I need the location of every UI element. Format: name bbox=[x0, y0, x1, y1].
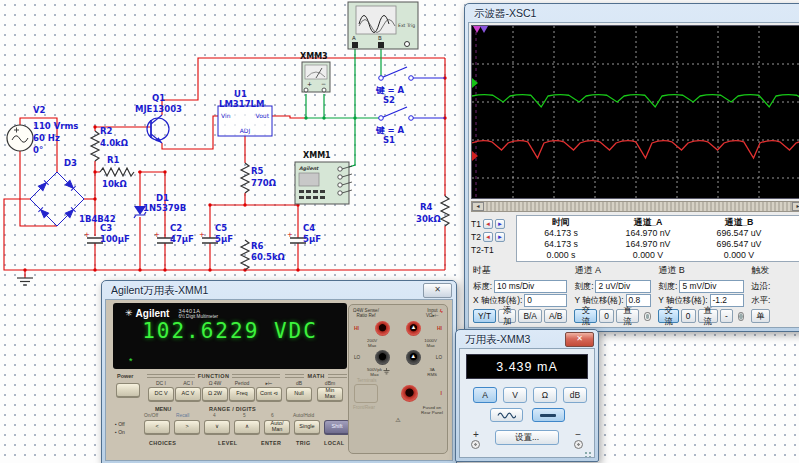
agilent-logo-icon: ✳ bbox=[125, 308, 133, 318]
t1-b: 696.547 uV bbox=[691, 228, 787, 239]
svg-text:MJE13003: MJE13003 bbox=[135, 104, 182, 114]
svg-text:0°: 0° bbox=[33, 145, 43, 155]
cursor-t2-handle[interactable] bbox=[480, 26, 488, 33]
timebase-xpos-input[interactable]: 0 bbox=[524, 294, 567, 307]
hv-warning-icon: ϟ bbox=[440, 308, 443, 315]
t1-right-button[interactable]: ► bbox=[495, 219, 505, 229]
positive-terminal bbox=[471, 440, 480, 449]
agilent-titlebar[interactable]: Agilent万用表-XMM1 ✕ bbox=[102, 281, 456, 299]
db-mode-button[interactable]: dB bbox=[563, 387, 587, 403]
range-down-button[interactable]: ∨ bbox=[204, 420, 230, 435]
switch-s2[interactable] bbox=[379, 67, 445, 80]
svg-text:R5: R5 bbox=[251, 166, 264, 176]
front-rear-button[interactable] bbox=[354, 384, 378, 403]
channel-b-minus-button[interactable]: - bbox=[720, 309, 733, 323]
channel-a-zero-button[interactable]: 0 bbox=[599, 309, 614, 323]
function-header: FUNCTION bbox=[147, 372, 280, 379]
scroll-left-icon[interactable]: ◄ bbox=[472, 202, 484, 211]
resize-grip[interactable] bbox=[584, 451, 592, 458]
component-v2-source[interactable] bbox=[7, 125, 33, 151]
channel-b-zero-button[interactable]: 0 bbox=[681, 309, 696, 323]
dc-wave-button[interactable] bbox=[532, 408, 565, 422]
window-title: 示波器-XSC1 bbox=[474, 7, 799, 21]
channel-b-dc-button[interactable]: 直流 bbox=[698, 309, 719, 323]
svg-text:键 = A: 键 = A bbox=[375, 85, 405, 95]
cursor-t1-handle[interactable] bbox=[473, 26, 481, 33]
channel-a-scale-input[interactable]: 2 uV/Div bbox=[595, 280, 651, 293]
shift-button[interactable]: Shift bbox=[324, 420, 350, 435]
ab-button[interactable]: A/B bbox=[544, 309, 568, 323]
svg-text:4.0kΩ: 4.0kΩ bbox=[100, 138, 128, 148]
1000v-max-label: 1000V Max bbox=[424, 338, 437, 348]
continuity-button[interactable]: Cont ⊲ bbox=[256, 387, 282, 402]
scroll-right-icon[interactable]: ► bbox=[792, 202, 799, 211]
power-button[interactable] bbox=[116, 383, 140, 398]
channel-b-scale-input[interactable]: 5 mV/Div bbox=[679, 280, 744, 293]
volt-mode-button[interactable]: V bbox=[503, 387, 527, 403]
3a-rms-label: 3A RMS bbox=[427, 367, 437, 377]
close-icon[interactable]: ✕ bbox=[423, 283, 452, 298]
channel-b-section: 通道 B 刻度: 5 mV/Div Y 轴位移(格): -1.2 交流 0 直流… bbox=[656, 263, 746, 324]
svg-text:5µF: 5µF bbox=[303, 234, 321, 244]
channel-a-radio[interactable] bbox=[644, 312, 651, 321]
component-r6[interactable] bbox=[241, 240, 249, 270]
negative-terminal-label: − bbox=[575, 429, 581, 440]
ba-button[interactable]: B/A bbox=[518, 309, 542, 323]
min-max-button[interactable]: Min Max bbox=[317, 387, 343, 402]
scope-scrollbar[interactable]: ◄ ► bbox=[471, 201, 799, 212]
ampere-mode-button[interactable]: A bbox=[473, 387, 497, 403]
d3-ref: D3 bbox=[64, 158, 77, 168]
null-button[interactable]: Null bbox=[286, 387, 312, 402]
t2-right-button[interactable]: ► bbox=[495, 232, 505, 242]
svg-text:+: + bbox=[154, 231, 160, 239]
channel-b-ac-button[interactable]: 交流 bbox=[658, 309, 679, 323]
channel-b-trace bbox=[472, 141, 799, 158]
trigger-single-button[interactable]: 单 bbox=[751, 309, 769, 323]
component-q1[interactable] bbox=[147, 115, 169, 143]
dc-line-icon bbox=[540, 414, 556, 417]
sine-icon bbox=[497, 411, 516, 420]
channel-b-ypos-input[interactable]: -1.2 bbox=[710, 294, 745, 307]
ac-wave-button[interactable] bbox=[490, 408, 523, 422]
range-up-button[interactable]: ∧ bbox=[234, 420, 260, 435]
ohm-2w-button[interactable]: Ω 2W bbox=[202, 387, 228, 402]
oscilloscope-titlebar[interactable]: 示波器-XSC1 bbox=[465, 4, 799, 22]
ac-v-button[interactable]: AC V bbox=[175, 387, 201, 402]
xmm3-ref-label: XMM3 bbox=[300, 52, 328, 61]
freq-button[interactable]: Freq bbox=[229, 387, 255, 402]
t1-a: 164.970 nV bbox=[605, 228, 691, 239]
svg-text:S2: S2 bbox=[383, 95, 395, 105]
component-r5[interactable] bbox=[241, 163, 249, 193]
t1-left-button[interactable]: ◄ bbox=[483, 219, 493, 229]
menu-left-button[interactable]: < bbox=[144, 420, 170, 435]
auto-man-button[interactable]: Auto/ Man bbox=[264, 420, 290, 435]
component-r2[interactable] bbox=[91, 131, 99, 161]
sample-annunciator: * bbox=[129, 356, 133, 366]
component-d3-bridge[interactable] bbox=[30, 172, 84, 226]
channel-b-ref-marker[interactable] bbox=[472, 151, 478, 161]
channel-a-dc-button[interactable]: 直流 bbox=[616, 309, 639, 323]
dt-a: 0.000 V bbox=[605, 250, 691, 261]
t2-left-button[interactable]: ◄ bbox=[483, 232, 493, 242]
dt-time: 0.000 s bbox=[517, 250, 605, 261]
component-r4[interactable] bbox=[441, 196, 449, 226]
svg-text:+: + bbox=[307, 80, 312, 87]
xmm3-symbol[interactable] bbox=[302, 62, 330, 92]
add-button[interactable]: 添加 bbox=[498, 309, 516, 323]
channel-b-radio[interactable] bbox=[738, 312, 744, 321]
xmm3-titlebar[interactable]: 万用表-XMM3 ✕ bbox=[456, 330, 598, 348]
switch-s1[interactable] bbox=[379, 107, 445, 120]
menu-right-button[interactable]: > bbox=[174, 420, 200, 435]
component-r1[interactable] bbox=[100, 168, 134, 176]
single-button[interactable]: Single bbox=[294, 420, 320, 435]
settings-button[interactable]: 设置... bbox=[495, 430, 559, 445]
terminals-ghost-label: Terminals bbox=[357, 378, 443, 383]
yt-button[interactable]: Y/T bbox=[473, 309, 496, 323]
channel-a-ref-marker[interactable] bbox=[472, 78, 478, 88]
close-icon[interactable]: ✕ bbox=[565, 332, 594, 347]
ground-symbol[interactable] bbox=[17, 278, 33, 285]
channel-a-ac-button[interactable]: 交流 bbox=[574, 309, 597, 323]
dc-v-button[interactable]: DC V bbox=[148, 387, 174, 402]
timebase-scale-input[interactable]: 10 ms/Div bbox=[494, 280, 567, 293]
ohm-mode-button[interactable]: Ω bbox=[533, 387, 557, 403]
